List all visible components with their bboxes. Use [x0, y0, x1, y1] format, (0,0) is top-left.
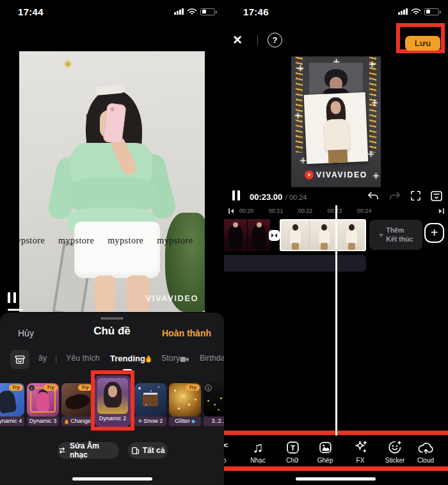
fullscreen-icon[interactable] — [410, 190, 422, 202]
try-badge: Try — [44, 384, 58, 391]
fx-icon — [353, 439, 369, 455]
skip-end-icon[interactable] — [438, 208, 445, 215]
save-button[interactable]: Lưu — [405, 36, 440, 51]
music-icon: ♫ — [243, 438, 273, 455]
transition-icon — [271, 233, 278, 238]
clip-dark[interactable] — [224, 219, 270, 251]
transition-button[interactable] — [269, 230, 280, 241]
ruler-dot: · — [319, 208, 321, 214]
movie-camera-icon — [180, 356, 189, 363]
snowflake-icon: ❄ — [138, 416, 143, 426]
edit-music-button[interactable]: Sửa Âm nhạc — [58, 442, 119, 459]
vivavideo-watermark: VIVAVIDEO — [146, 293, 198, 303]
vivavideo-watermark: × VIVAVIDEO — [291, 170, 381, 179]
theme-tile-snow2[interactable] — [134, 383, 166, 416]
ruler-tick: 00:20 — [239, 208, 254, 214]
ruler-dot: · — [290, 208, 292, 214]
plus-icon: + — [379, 230, 384, 240]
topbar-divider — [257, 35, 258, 45]
watermark-close-icon[interactable]: × — [305, 170, 314, 179]
tab-divider: | — [55, 354, 57, 363]
theme-tile-dynamic4[interactable]: Try — [0, 383, 24, 416]
home-indicator[interactable] — [296, 477, 376, 481]
status-time: 17:44 — [18, 6, 44, 17]
home-indicator[interactable] — [72, 477, 152, 481]
time-display: 00:23.00 / 00:24 — [250, 191, 307, 202]
annotation-line-bottom — [224, 466, 448, 471]
tab-story[interactable]: Story — [161, 354, 180, 363]
theme-store-button[interactable] — [10, 350, 29, 369]
text-icon: T — [285, 440, 300, 455]
add-ending-button[interactable]: + Thêm Kết thúc — [369, 220, 422, 250]
overlay-icon — [318, 440, 333, 455]
toolbar-item-partial-label[interactable]: o — [224, 457, 227, 464]
toolbar-item-overlay[interactable]: Ghép — [310, 438, 340, 464]
secondary-track[interactable] — [224, 255, 366, 272]
timeline-pause-button[interactable] — [232, 190, 240, 201]
playhead[interactable] — [335, 205, 337, 436]
ruler-dot: · — [349, 208, 351, 214]
pause-button[interactable] — [8, 292, 16, 303]
try-badge: Try — [9, 384, 23, 391]
theme-tile-321[interactable]: ↓ — [204, 383, 224, 416]
cut-icon-partial[interactable]: ✂ — [224, 438, 228, 453]
clip-selected[interactable] — [280, 219, 366, 251]
theme-sheet: Hủy Chủ đề Hoàn thành ây | Yêu thích Tre… — [0, 313, 224, 485]
video-preview[interactable]: × VIVAVIDEO — [291, 56, 381, 187]
download-badge: ↓ — [28, 384, 35, 391]
video-preview[interactable]: mypstore mypstore mypstore mypstore myps… — [19, 51, 205, 312]
close-button[interactable]: × — [233, 31, 242, 49]
swap-icon — [58, 447, 67, 454]
ruler-dot: · — [260, 208, 262, 214]
foreground-photo-card — [304, 92, 369, 164]
toolbar-item-text[interactable]: T Chữ — [278, 438, 307, 464]
theme-label: ❄ Snow 2 — [134, 416, 166, 426]
download-badge: ↓ — [205, 384, 212, 391]
diamond-icon: ◆ — [191, 416, 195, 426]
theme-label: Change — [61, 416, 93, 426]
fire-icon — [145, 354, 152, 363]
svg-text:T: T — [290, 444, 294, 452]
redo-icon[interactable] — [388, 190, 402, 202]
theme-tile-change[interactable]: Try — [61, 383, 93, 416]
wifi-icon — [411, 8, 421, 15]
status-time: 17:46 — [243, 6, 269, 17]
toolbar-item-cloud[interactable]: Cloud — [411, 438, 440, 464]
sticker-icon — [387, 440, 403, 455]
left-screen: 17:44 — [0, 0, 224, 485]
all-icon — [131, 447, 140, 455]
signal-icon — [398, 8, 408, 15]
tab-trending[interactable]: Trending — [110, 354, 145, 363]
battery-icon — [424, 8, 439, 15]
screenshot-root: 17:44 — [0, 0, 448, 485]
theme-label: Glitter ◆ — [169, 416, 201, 426]
done-button[interactable]: Hoàn thành — [162, 328, 211, 338]
battery-icon — [200, 8, 215, 15]
help-button[interactable]: ? — [268, 33, 282, 47]
try-badge: Try — [78, 384, 92, 391]
try-badge: Try — [186, 384, 200, 391]
theme-label: 3..2..1 — [204, 416, 224, 426]
export-icon[interactable] — [430, 190, 443, 202]
toolbar-item-fx[interactable]: FX — [346, 438, 375, 464]
status-icons — [174, 8, 215, 15]
drag-handle[interactable] — [100, 317, 124, 320]
toolbar-item-sticker[interactable]: Sticker — [380, 438, 410, 464]
tab-favorites[interactable]: Yêu thích — [66, 354, 100, 363]
all-themes-button[interactable]: Tất cả — [128, 442, 168, 459]
shorts — [74, 222, 160, 278]
store-icon — [14, 354, 26, 365]
skip-start-icon[interactable] — [228, 208, 235, 215]
toolbar-item-music[interactable]: ♫ Nhạc — [243, 438, 273, 464]
progress-mark — [8, 309, 23, 311]
leg-left — [95, 275, 115, 312]
right-screen: 17:46 × ? Lưu — [224, 0, 448, 485]
tab-recent-partial[interactable]: ây — [38, 354, 47, 363]
store-watermark-row: mypstore mypstore mypstore mypstore myps… — [19, 236, 205, 246]
theme-tile-glitter[interactable]: Try — [169, 383, 201, 416]
ruler-tick: 00:22 — [298, 208, 313, 214]
tab-birthday-partial[interactable]: Birthda — [200, 354, 224, 363]
theme-tile-dynamic3[interactable]: ↓ Try — [27, 383, 59, 416]
undo-icon[interactable] — [366, 190, 380, 202]
add-clip-button[interactable]: + — [424, 223, 444, 243]
